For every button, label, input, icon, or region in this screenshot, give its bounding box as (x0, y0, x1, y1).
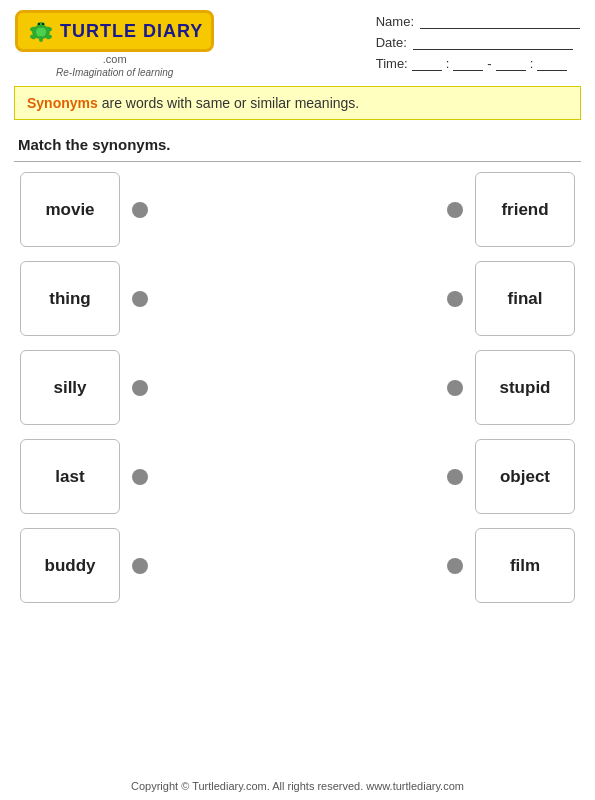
logo-tagline: Re-Imagination of learning (56, 67, 173, 78)
time-h1 (412, 57, 442, 71)
left-dot[interactable] (132, 469, 148, 485)
info-banner: Synonyms are words with same or similar … (14, 86, 581, 120)
name-line (420, 15, 580, 29)
match-row: movie friend (20, 172, 575, 247)
form-fields: Name: Date: Time: : - : (376, 10, 580, 71)
right-side: stupid (447, 350, 575, 425)
right-dot[interactable] (447, 380, 463, 396)
left-word-card: silly (20, 350, 120, 425)
date-label: Date: (376, 35, 407, 50)
divider (14, 161, 581, 162)
time-m1 (453, 57, 483, 71)
left-side: thing (20, 261, 148, 336)
logo-com: .com (103, 53, 127, 65)
banner-text: are words with same or similar meanings. (98, 95, 359, 111)
right-side: friend (447, 172, 575, 247)
logo-text: TURTLE DIARY (60, 21, 203, 42)
match-row: silly stupid (20, 350, 575, 425)
date-line (413, 36, 573, 50)
right-word-card: final (475, 261, 575, 336)
svg-point-2 (37, 22, 45, 28)
page-header: TURTLE DIARY .com Re-Imagination of lear… (0, 0, 595, 86)
left-word-card: thing (20, 261, 120, 336)
right-side: final (447, 261, 575, 336)
time-row: Time: : - : (376, 56, 580, 71)
left-dot[interactable] (132, 558, 148, 574)
right-side: object (447, 439, 575, 514)
turtle-icon (26, 17, 56, 45)
right-dot[interactable] (447, 202, 463, 218)
logo-area: TURTLE DIARY .com Re-Imagination of lear… (15, 10, 214, 78)
name-row: Name: (376, 14, 580, 29)
instructions: Match the synonyms. (0, 130, 595, 157)
left-side: movie (20, 172, 148, 247)
svg-point-1 (36, 27, 46, 37)
svg-point-4 (42, 23, 44, 25)
right-side: film (447, 528, 575, 603)
date-row: Date: (376, 35, 580, 50)
right-dot[interactable] (447, 469, 463, 485)
time-h2 (496, 57, 526, 71)
match-area: movie friend thing final silly stup (0, 172, 595, 603)
logo-box: TURTLE DIARY (15, 10, 214, 52)
footer: Copyright © Turtlediary.com. All rights … (0, 780, 595, 792)
left-word-card: buddy (20, 528, 120, 603)
left-side: last (20, 439, 148, 514)
right-word-card: film (475, 528, 575, 603)
right-dot[interactable] (447, 291, 463, 307)
left-side: silly (20, 350, 148, 425)
right-dot[interactable] (447, 558, 463, 574)
synonym-highlight: Synonyms (27, 95, 98, 111)
time-label: Time: (376, 56, 408, 71)
left-word-card: last (20, 439, 120, 514)
right-word-card: friend (475, 172, 575, 247)
left-word-card: movie (20, 172, 120, 247)
left-dot[interactable] (132, 202, 148, 218)
right-word-card: object (475, 439, 575, 514)
svg-point-3 (38, 23, 40, 25)
match-row: thing final (20, 261, 575, 336)
name-label: Name: (376, 14, 414, 29)
right-word-card: stupid (475, 350, 575, 425)
time-m2 (537, 57, 567, 71)
left-side: buddy (20, 528, 148, 603)
match-row: last object (20, 439, 575, 514)
match-row: buddy film (20, 528, 575, 603)
left-dot[interactable] (132, 380, 148, 396)
left-dot[interactable] (132, 291, 148, 307)
svg-point-9 (39, 36, 43, 42)
